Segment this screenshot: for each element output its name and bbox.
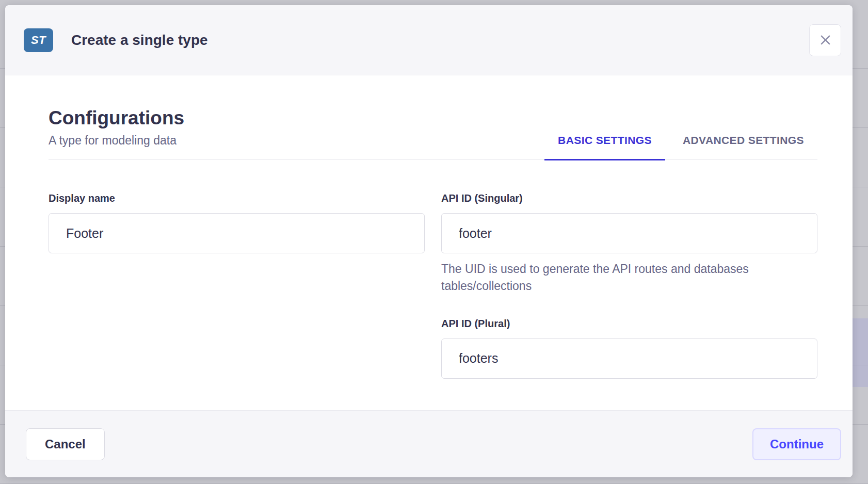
modal-header: ST Create a single type bbox=[5, 5, 853, 75]
close-button[interactable] bbox=[809, 24, 841, 56]
display-name-input[interactable] bbox=[49, 213, 425, 253]
tab-advanced-settings[interactable]: ADVANCED SETTINGS bbox=[669, 134, 817, 160]
configurations-heading-block: Configurations A type for modeling data bbox=[49, 107, 184, 159]
configurations-header-row: Configurations A type for modeling data … bbox=[49, 107, 817, 160]
create-single-type-modal: ST Create a single type Configurations A… bbox=[5, 5, 853, 477]
settings-tabs: BASIC SETTINGS ADVANCED SETTINGS bbox=[544, 134, 817, 159]
single-type-icon-label: ST bbox=[31, 34, 46, 47]
api-id-singular-label: API ID (Singular) bbox=[441, 192, 817, 204]
api-id-singular-field: API ID (Singular) The UID is used to gen… bbox=[441, 192, 817, 295]
api-id-plural-field: API ID (Plural) bbox=[441, 318, 817, 379]
tab-basic-settings[interactable]: BASIC SETTINGS bbox=[544, 134, 665, 160]
right-column: API ID (Singular) The UID is used to gen… bbox=[441, 192, 817, 379]
single-type-icon: ST bbox=[24, 28, 53, 52]
continue-button[interactable]: Continue bbox=[752, 428, 841, 460]
configurations-subheading: A type for modeling data bbox=[49, 134, 184, 148]
configurations-form: Display name API ID (Singular) The UID i… bbox=[49, 192, 817, 379]
configurations-heading: Configurations bbox=[49, 107, 184, 129]
api-id-plural-label: API ID (Plural) bbox=[441, 318, 817, 330]
modal-title: Create a single type bbox=[71, 32, 809, 49]
api-id-singular-hint: The UID is used to generate the API rout… bbox=[441, 261, 784, 295]
api-id-plural-input[interactable] bbox=[441, 338, 817, 379]
modal-footer: Cancel Continue bbox=[5, 410, 853, 477]
modal-body: Configurations A type for modeling data … bbox=[5, 75, 853, 410]
display-name-label: Display name bbox=[49, 192, 425, 204]
api-id-singular-input[interactable] bbox=[441, 213, 817, 253]
left-column: Display name bbox=[49, 192, 425, 379]
close-icon bbox=[818, 33, 832, 47]
cancel-button[interactable]: Cancel bbox=[26, 428, 105, 460]
